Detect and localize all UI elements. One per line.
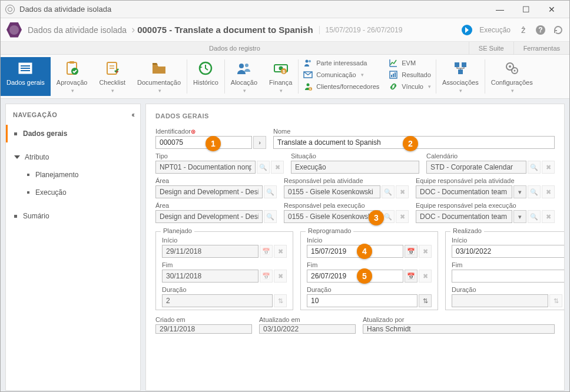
- history-icon: [197, 59, 214, 77]
- ribbon-vinculo[interactable]: Vínculo▾: [389, 82, 431, 91]
- nav-planejamento[interactable]: Planejamento: [6, 166, 140, 184]
- ribbon-parte-interessada[interactable]: Parte interessada: [303, 58, 379, 68]
- header: Dados da atividade isolada › 000075 - Tr…: [1, 18, 569, 42]
- area1-label: Área: [155, 177, 277, 184]
- updated-by-label: Atualizado por: [363, 316, 555, 323]
- ribbon-label: Finança: [269, 79, 292, 86]
- clipboard-check-icon: [63, 59, 81, 77]
- ribbon-checklist[interactable]: Checklist ▾: [93, 57, 131, 96]
- svg-text:?: ?: [538, 26, 542, 34]
- sidebar-header: NAVEGAÇÃO ‹‹: [6, 110, 140, 125]
- tab-registry-data[interactable]: Dados do registro: [1, 42, 469, 54]
- breadcrumb-title: 000075 - Translate a document to Spanish: [137, 25, 313, 35]
- ribbon-associacoes[interactable]: Associações ▾: [436, 57, 485, 96]
- svg-rect-27: [393, 74, 394, 77]
- rescheduled-fieldset: Reprogramado Início 📅 ✖ 4 Fim 📅 ✖: [300, 231, 438, 310]
- identifier-input[interactable]: [155, 136, 252, 149]
- area2-input: [155, 210, 263, 223]
- identifier-label: Identificador: [155, 128, 191, 135]
- ribbon-label: Histórico: [193, 79, 218, 86]
- rescheduled-end-input[interactable]: [307, 270, 403, 283]
- ribbon-label: Alocação: [231, 79, 257, 86]
- ribbon-label: Documentação: [137, 79, 181, 86]
- ribbon-configuracoes[interactable]: Configurações ▾: [485, 57, 539, 96]
- type-search-button: 🔍: [257, 161, 270, 174]
- svg-point-20: [309, 60, 311, 62]
- stepper-button[interactable]: ⇅: [419, 294, 432, 307]
- close-button[interactable]: ✕: [539, 1, 565, 18]
- ribbon-label: Associações: [442, 79, 479, 86]
- ribbon-financa[interactable]: $ Finança ▾: [263, 57, 298, 96]
- maximize-button[interactable]: ☐: [513, 1, 539, 18]
- actual-start-input[interactable]: [452, 245, 565, 258]
- ribbon-alocacao[interactable]: Alocação ▾: [225, 57, 263, 96]
- tab-tools[interactable]: Ferramentas: [513, 42, 569, 54]
- ribbon-clientes[interactable]: $Clientes/fornecedores: [303, 82, 379, 91]
- resp-activity-label: Responsável pela atividade: [284, 177, 409, 184]
- nav-execucao[interactable]: Execução: [6, 184, 140, 201]
- resp-activity-clear-button: ✖: [396, 185, 409, 198]
- caret-down-icon: ▾: [111, 88, 114, 94]
- planned-duration-label: Duração: [162, 286, 287, 293]
- team-exec-dropdown-button[interactable]: ▾: [513, 210, 526, 223]
- actual-duration-input: [452, 294, 548, 307]
- resp-activity-input: [284, 185, 380, 198]
- sidebar: NAVEGAÇÃO ‹‹ Dados gerais Atributo Plane…: [5, 104, 141, 391]
- caret-down-icon: ▾: [459, 88, 462, 94]
- refresh-icon[interactable]: [553, 25, 564, 35]
- ribbon-aprovacao[interactable]: Aprovação ▾: [51, 57, 94, 96]
- svg-text:$: $: [283, 69, 285, 74]
- ribbon-label: Dados gerais: [6, 79, 45, 86]
- team-activity-label: Equipe responsável pela atividade: [416, 177, 555, 184]
- planned-start-input: [162, 245, 259, 258]
- identifier-go-button[interactable]: ›: [253, 136, 266, 149]
- ribbon-historico[interactable]: Histórico: [187, 57, 224, 96]
- window-title: Dados da atividade isolada: [19, 5, 487, 14]
- rescheduled-end-label: Fim: [307, 261, 432, 268]
- tab-strip: Dados do registro SE Suite Ferramentas: [1, 42, 569, 55]
- ribbon-small-col-2: EVM Resultado Vínculo▾: [384, 57, 436, 96]
- list-icon: [16, 59, 34, 77]
- collapse-icon[interactable]: ẑ: [518, 25, 528, 35]
- planned-end-label: Fim: [162, 261, 287, 268]
- ribbon-documentacao[interactable]: Documentação ▾: [131, 57, 187, 96]
- ribbon: Dados gerais Aprovação ▾ Checklist ▾ Doc…: [1, 55, 569, 99]
- svg-text:$: $: [310, 87, 311, 91]
- people-icon: [235, 59, 253, 77]
- nav-dados-gerais[interactable]: Dados gerais: [6, 125, 140, 142]
- tab-se-suite[interactable]: SE Suite: [469, 42, 513, 54]
- calendar-button[interactable]: 📅: [405, 270, 417, 283]
- folder-icon: [150, 59, 168, 77]
- svg-rect-28: [395, 72, 396, 77]
- associations-icon: [452, 59, 469, 77]
- team-activity-select[interactable]: [416, 185, 512, 198]
- actual-fieldset: Realizado Início 📅 ✖ Fim 📅 ✖: [445, 231, 565, 310]
- ribbon-comunicacao[interactable]: Comunicação▾: [303, 70, 379, 79]
- execution-label: Execução: [479, 26, 511, 34]
- svg-point-13: [239, 64, 244, 68]
- calendar-button[interactable]: 📅: [405, 245, 417, 258]
- calendar-icon: 📅: [260, 245, 273, 258]
- rescheduled-duration-input[interactable]: [307, 294, 417, 307]
- caret-down-icon: ▾: [71, 88, 74, 94]
- ribbon-evm[interactable]: EVM: [389, 58, 431, 68]
- ribbon-small-col-1: Parte interessada Comunicação▾ $Clientes…: [299, 57, 384, 96]
- ribbon-resultado[interactable]: Resultado: [389, 70, 431, 79]
- collapse-sidebar-icon[interactable]: ‹‹: [131, 110, 133, 119]
- play-icon[interactable]: [462, 25, 472, 35]
- actual-end-input[interactable]: [452, 270, 565, 283]
- minimize-button[interactable]: —: [487, 1, 513, 18]
- type-input: [155, 161, 256, 174]
- help-icon[interactable]: ?: [535, 25, 546, 35]
- nav-atributo[interactable]: Atributo: [6, 148, 140, 166]
- ribbon-dados-gerais[interactable]: Dados gerais: [1, 57, 51, 96]
- breadcrumb-parent[interactable]: Dados da atividade isolada: [28, 25, 127, 35]
- nav-sumario[interactable]: Sumário: [6, 207, 140, 225]
- team-exec-select[interactable]: [416, 210, 512, 223]
- actual-legend: Realizado: [450, 227, 484, 234]
- actual-start-label: Início: [452, 237, 565, 244]
- name-label: Nome: [273, 128, 555, 135]
- rescheduled-start-input[interactable]: [307, 245, 403, 258]
- team-activity-dropdown-button[interactable]: ▾: [513, 185, 526, 198]
- link-icon: [389, 82, 398, 91]
